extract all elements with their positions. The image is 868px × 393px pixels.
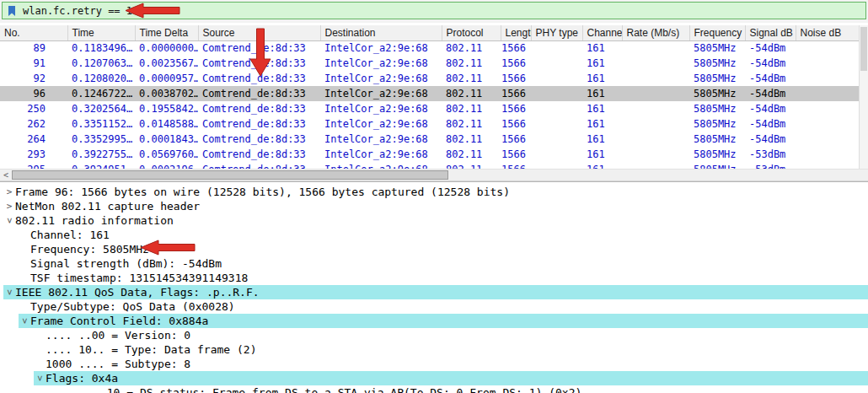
detail-row[interactable]: >NetMon 802.11 capture header xyxy=(0,199,868,213)
column-header-channel[interactable]: Channel xyxy=(582,25,622,40)
packet-row[interactable]: 2930.3922755…0.0569760…Comtrend_de:8d:33… xyxy=(0,147,859,162)
packet-cell-signal: -54dBm xyxy=(745,56,796,71)
horizontal-scrollbar[interactable]: < xyxy=(0,169,868,181)
packet-cell-len: 1566 xyxy=(501,162,531,169)
column-header-source[interactable]: Source xyxy=(198,25,320,40)
detail-text: Frame 96: 1566 bytes on wire (12528 bits… xyxy=(15,185,510,199)
packet-cell-len: 1566 xyxy=(501,147,531,162)
detail-row-body: >NetMon 802.11 capture header xyxy=(3,199,868,213)
packet-row[interactable]: 910.1207063…0.0023567…Comtrend_de:8d:33I… xyxy=(0,56,859,71)
display-filter-input[interactable]: wlan.fc.retry == 1 xyxy=(2,2,866,19)
detail-row[interactable]: Frequency: 5805MHz xyxy=(0,242,868,256)
detail-row-body: Channel: 161 xyxy=(19,228,868,242)
packet-row[interactable]: 2640.3352995…0.0001843…Comtrend_de:8d:33… xyxy=(0,132,859,147)
column-header-signal-db[interactable]: Signal dB xyxy=(745,25,796,40)
column-header-no[interactable]: No. xyxy=(0,25,67,40)
column-header-length[interactable]: Length xyxy=(501,25,531,40)
packet-cell-no: 262 xyxy=(0,116,67,132)
detail-text: .... 10.. = Type: Data frame (2) xyxy=(46,342,256,357)
packet-cell-signal: -54dBm xyxy=(745,71,796,86)
detail-row[interactable]: Signal strength (dBm): -54dBm xyxy=(0,256,868,271)
packet-cell-len: 1566 xyxy=(501,56,531,71)
detail-row[interactable]: Type/Subtype: QoS Data (0x0028) xyxy=(0,299,868,314)
column-header-noise-db[interactable]: Noise dB xyxy=(796,25,859,40)
detail-row[interactable]: >802.11 radio information xyxy=(0,213,868,228)
detail-row-body: Type/Subtype: QoS Data (0x0028) xyxy=(19,299,868,314)
packet-cell-freq: 5805MHz xyxy=(689,86,745,101)
packet-cell-phy xyxy=(531,162,582,169)
packet-cell-channel: 161 xyxy=(582,56,622,71)
detail-row[interactable]: >Frame Control Field: 0x884a xyxy=(0,314,868,328)
packet-cell-phy xyxy=(531,132,582,147)
packet-cell-time: 0.1246722… xyxy=(67,86,135,101)
packet-list-pane: No.TimeTime DeltaSourceDestinationProtoc… xyxy=(0,25,859,169)
column-header-frequency[interactable]: Frequency xyxy=(689,25,745,40)
packet-cell-len: 1566 xyxy=(501,101,531,116)
packet-cell-src: Comtrend_de:8d:33 xyxy=(198,40,320,56)
packet-cell-channel: 161 xyxy=(582,132,622,147)
detail-row[interactable]: .... ..00 = Version: 0 xyxy=(0,328,868,342)
detail-row-body: 1000 .... = Subtype: 8 xyxy=(34,357,868,371)
packet-cell-signal: -54dBm xyxy=(745,101,796,116)
detail-row[interactable]: >Frame 96: 1566 bytes on wire (12528 bit… xyxy=(0,185,868,199)
bookmark-icon[interactable] xyxy=(7,4,18,17)
packet-cell-channel: 161 xyxy=(582,71,622,86)
detail-text: 802.11 radio information xyxy=(15,213,174,228)
packet-cell-freq: 5805MHz xyxy=(689,40,745,56)
packet-cell-freq: 5805MHz xyxy=(689,101,745,116)
column-header-rate-mb-s[interactable]: Rate (Mb/s) xyxy=(622,25,689,40)
packet-cell-delta: 0.0023567… xyxy=(135,56,198,71)
detail-row[interactable]: 1000 .... = Subtype: 8 xyxy=(0,357,868,371)
detail-row[interactable]: TSF timestamp: 131514534391149318 xyxy=(0,271,868,285)
packet-row[interactable]: 2620.3351152…0.0148588…Comtrend_de:8d:33… xyxy=(0,116,859,132)
packet-cell-freq: 5805MHz xyxy=(689,116,745,132)
packet-cell-dst: IntelCor_a2:9e:68 xyxy=(320,86,442,101)
detail-row[interactable]: >IEEE 802.11 QoS Data, Flags: .p..R.F. xyxy=(0,285,868,299)
detail-row[interactable]: Channel: 161 xyxy=(0,228,868,242)
expander-icon[interactable]: > xyxy=(18,315,32,327)
column-header-phy-type[interactable]: PHY type xyxy=(531,25,582,40)
detail-row[interactable]: >Flags: 0x4a xyxy=(0,371,868,385)
packet-cell-dst: IntelCor_a2:9e:68 xyxy=(320,71,442,86)
expander-icon[interactable]: > xyxy=(3,287,17,299)
packet-row[interactable]: 2950.3924951…0.0002196…Comtrend_de:8d:33… xyxy=(0,162,859,169)
expander-icon[interactable]: > xyxy=(33,373,47,385)
column-header-time[interactable]: Time xyxy=(67,25,135,40)
packet-row[interactable]: 960.1246722…0.0038702…Comtrend_de:8d:33I… xyxy=(0,86,859,101)
packet-cell-time: 0.1208020… xyxy=(67,71,135,86)
detail-row-body: .... ..00 = Version: 0 xyxy=(34,328,868,342)
packet-cell-no: 295 xyxy=(0,162,67,169)
detail-row-highlight: >IEEE 802.11 QoS Data, Flags: .p..R.F. xyxy=(3,285,868,299)
packet-row[interactable]: 920.1208020…0.0000957…Comtrend_de:8d:33I… xyxy=(0,71,859,86)
detail-row-body: .... 10.. = Type: Data frame (2) xyxy=(34,342,868,357)
packet-cell-proto: 802.11 xyxy=(442,147,501,162)
detail-row-body: Signal strength (dBm): -54dBm xyxy=(19,256,868,271)
packet-cell-delta: 0.0001843… xyxy=(135,132,198,147)
expander-icon[interactable]: > xyxy=(3,215,17,227)
expander-icon[interactable]: > xyxy=(3,199,15,213)
horizontal-scrollbar-thumb[interactable] xyxy=(12,170,448,180)
packet-cell-phy xyxy=(531,101,582,116)
detail-row[interactable]: .... 10.. = Type: Data frame (2) xyxy=(0,342,868,357)
packet-row[interactable]: 2500.3202564…0.1955842…Comtrend_de:8d:33… xyxy=(0,101,859,116)
packet-cell-src: Comtrend_de:8d:33 xyxy=(198,71,320,86)
vertical-scrollbar[interactable] xyxy=(859,25,868,169)
packet-cell-signal: -53dBm xyxy=(745,147,796,162)
packet-row[interactable]: 890.1183496…0.0000000…Comtrend_de:8d:33I… xyxy=(0,40,859,56)
column-header-protocol[interactable]: Protocol xyxy=(442,25,501,40)
packet-cell-rate xyxy=(622,71,689,86)
packet-cell-signal: -54dBm xyxy=(745,116,796,132)
packet-cell-proto: 802.11 xyxy=(442,116,501,132)
packet-cell-signal: -53dBm xyxy=(745,162,796,169)
column-header-time-delta[interactable]: Time Delta xyxy=(135,25,198,40)
scroll-left-arrow-icon[interactable]: < xyxy=(0,170,12,180)
packet-cell-proto: 802.11 xyxy=(442,101,501,116)
packet-cell-signal: -54dBm xyxy=(745,132,796,147)
packet-cell-channel: 161 xyxy=(582,116,622,132)
packet-cell-noise xyxy=(796,147,859,162)
vertical-scrollbar-thumb[interactable] xyxy=(860,27,867,71)
packet-cell-time: 0.1207063… xyxy=(67,56,135,71)
column-header-destination[interactable]: Destination xyxy=(320,25,442,40)
detail-row[interactable]: .... ..10 = DS status: Frame from DS to … xyxy=(0,385,868,393)
expander-icon[interactable]: > xyxy=(3,185,15,199)
